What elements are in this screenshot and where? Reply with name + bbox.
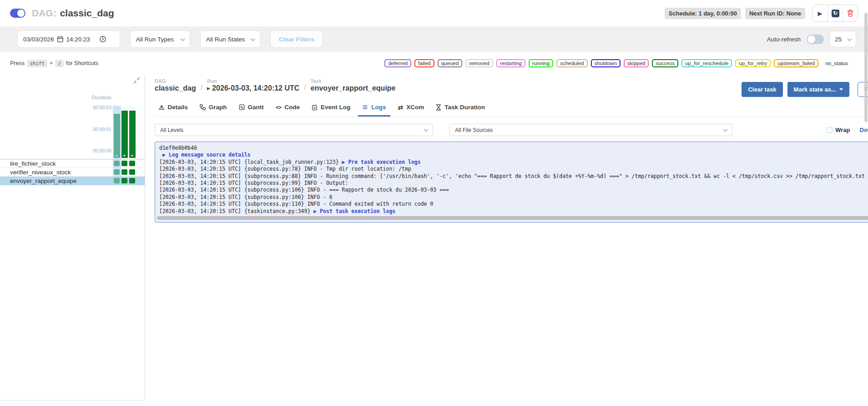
datetime-filter[interactable]: 03/03/2026 14:20:23 [17,30,120,48]
task-duration-icon [436,104,441,111]
state-badge-up_for_reschedule[interactable]: up_for_reschedule [681,59,732,67]
state-badge-removed[interactable]: removed [465,59,493,67]
tab-gantt[interactable]: Gantt [235,100,268,117]
task-instance-success[interactable] [129,178,135,183]
run-states-select[interactable]: All Run States [200,30,260,48]
wrap-label: Wrap [835,127,850,133]
gantt-icon [239,104,245,110]
wrap-checkbox[interactable] [827,127,833,133]
tab-task-duration[interactable]: Task Duration [432,100,489,117]
clear-task-button[interactable]: Clear task [742,82,782,97]
page-size-select[interactable]: 25 [830,31,856,47]
breadcrumb-dag-value[interactable]: classic_dag [155,84,196,92]
log-section-toggle[interactable]: ▶ Post task execution logs [313,208,395,214]
tab-code[interactable]: <>Code [272,100,304,117]
clear-filters-button[interactable]: Clear Filters [270,30,323,48]
toggle-knob [807,36,815,43]
breadcrumb-task-label: Task [311,78,396,84]
mark-state-button[interactable]: Mark state as... [787,82,849,97]
duration-ytick: 00:00:03 [80,105,111,110]
delete-dag-button[interactable] [843,5,858,21]
log-line: [2026-03-03, 14:20:15 UTC] {subprocess.p… [159,187,868,193]
task-row-envoyer_rapport_equipe[interactable]: envoyer_rapport_equipe [0,177,145,185]
state-badge-failed[interactable]: failed [414,59,434,67]
file-source-select[interactable]: All File Sources [449,124,732,136]
main-area: Duration 00:00:0300:00:0100:00:00 ▸▸▸ li… [0,75,868,406]
breadcrumb-run-value[interactable]: 2026-03-03, 14:20:12 UTC [212,84,299,92]
task-instance-success[interactable] [114,161,120,166]
log-line: [2026-03-03, 14:20:15 UTC] {subprocess.p… [159,166,868,173]
duration-bar-run-3[interactable]: ▸ [129,111,136,158]
log-section-toggle[interactable]: ▶ Log message source details [162,152,251,158]
log-section-toggle[interactable]: ▶ Pre task execution logs [342,159,421,165]
state-badge-running[interactable]: running [529,59,553,67]
state-badge-success[interactable]: success [652,59,678,67]
chevron-down-icon [181,36,185,41]
state-badge-deferred[interactable]: deferred [384,59,411,67]
tab-xcom[interactable]: ⇄XCom [394,100,429,117]
duration-bar-run-2[interactable]: ▸ [121,111,128,158]
run-caret-icon[interactable]: ▸ [207,85,210,91]
duration-chart-bars: ▸▸▸ [114,108,136,158]
state-badge-restarting[interactable]: restarting [496,59,525,67]
task-instance-success[interactable] [121,169,127,175]
tab-graph[interactable]: Graph [196,100,231,117]
plus-text: + [50,60,53,66]
task-instance-success[interactable] [114,178,120,183]
run-states-value: All Run States [206,36,245,43]
state-badge-upstream_failed[interactable]: upstream_failed [774,59,818,67]
state-badge-shutdown[interactable]: shutdown [591,59,621,67]
task-row-verifier_niveaux_stock[interactable]: verifier_niveaux_stock [0,168,145,177]
trigger-dag-button[interactable]: ▶ [812,5,828,21]
shortcuts-suffix: for Shortcuts [66,60,98,66]
state-badge-scheduled[interactable]: scheduled [556,59,587,67]
task-instance-success[interactable] [121,161,127,166]
breadcrumb-task-value[interactable]: envoyer_rapport_equipe [311,84,396,92]
download-log-link[interactable]: Download [860,127,868,133]
time-value[interactable]: 14:20:23 [66,36,91,43]
log-horizontal-scrollbar[interactable] [157,216,868,220]
collapse-grid-icon[interactable] [133,77,140,84]
file-source-value: All File Sources [455,127,493,133]
date-value[interactable]: 03/03/2026 [23,36,54,43]
log-line: [2026-03-03, 14:20:15 UTC] {taskinstance… [159,208,868,215]
task-row-lire_fichier_stock[interactable]: lire_fichier_stock [0,159,145,168]
slash-key-badge: / [55,60,64,67]
tab-details[interactable]: ⚠Details [155,100,192,117]
task-rows: lire_fichier_stockverifier_niveaux_stock… [0,159,145,185]
dag-action-buttons: ▶ ↻ [812,5,858,22]
task-action-buttons: Clear task Mark state as... Filter DAG b… [742,82,868,97]
duration-axis-title: Duration [80,95,111,100]
reparse-dag-button[interactable]: ↻ [828,5,843,21]
detail-tabs: ⚠DetailsGraphGantt<>CodeEvent LogLogs⇄XC… [155,100,868,117]
dag-title: classic_dag [60,8,114,19]
tab-logs[interactable]: Logs [358,100,390,117]
task-instance-success[interactable] [114,169,120,175]
tab-event-log[interactable]: Event Log [308,100,354,117]
run-types-select[interactable]: All Run Types [130,30,190,48]
task-instance-success[interactable] [129,161,135,166]
chevron-down-icon [723,127,728,132]
task-instance-success[interactable] [129,169,135,175]
log-controls: All Levels All File Sources Wrap Downloa… [155,124,868,136]
auto-refresh-toggle[interactable] [807,35,824,44]
dag-pause-toggle[interactable] [10,9,25,18]
log-level-select[interactable]: All Levels [155,124,433,136]
schedule-badge: Schedule: 1 day, 0:00:00 [665,8,741,19]
tab-label: XCom [406,104,424,111]
breadcrumb: DAG classic_dag / Run ▸2026-03-03, 14:20… [155,78,396,92]
state-badge-skipped[interactable]: skipped [624,59,649,67]
bar-play-icon: ▸ [121,153,128,157]
tab-label: Graph [209,104,227,111]
wrap-toggle[interactable]: Wrap [827,127,850,133]
header: DAG: classic_dag Schedule: 1 day, 0:00:0… [0,0,868,26]
page-scrollbar[interactable] [864,13,868,122]
task-instance-success[interactable] [121,178,127,183]
duration-bar-run-1[interactable]: ▸ [114,114,120,158]
state-badge-up_for_retry[interactable]: up_for_retry [735,59,771,67]
bar-play-icon: ▸ [114,153,120,157]
graph-icon [200,104,206,110]
shift-key-badge: shift [27,60,47,67]
state-badge-queued[interactable]: queued [438,59,462,67]
tab-label: Gantt [248,104,264,111]
